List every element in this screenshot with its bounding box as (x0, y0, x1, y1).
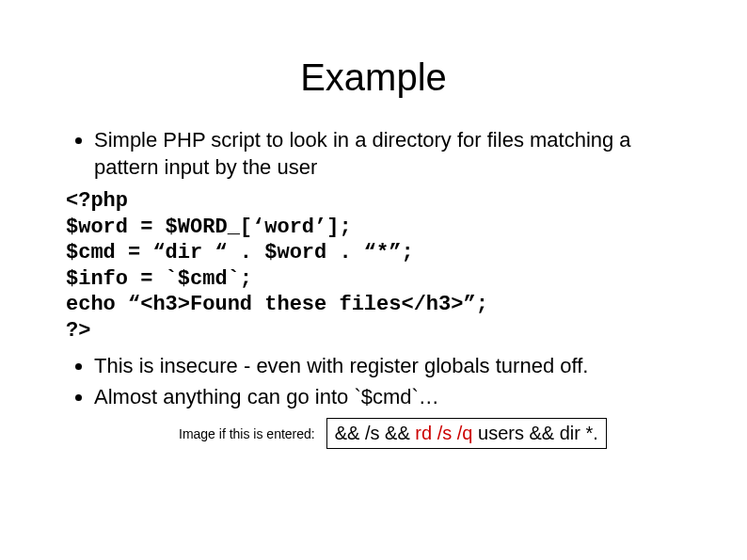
entered-label: Image if this is entered: (179, 426, 315, 441)
code-line-4: $info = `$cmd`; (66, 267, 252, 291)
slide: Example Simple PHP script to look in a d… (0, 0, 747, 560)
bullet-item-1: Simple PHP script to look in a directory… (94, 127, 691, 181)
code-line-5: echo “<h3>Found these files</h3>”; (66, 293, 488, 316)
code-line-1: <?php (66, 189, 128, 213)
code-block: <?php $word = $WORD_[‘word’]; $cmd = “di… (66, 188, 709, 344)
code-line-2: $word = $WORD_[‘word’]; (66, 216, 352, 239)
slide-title: Example (38, 56, 709, 99)
bullet-list-2: This is insecure - even with register gl… (38, 353, 709, 410)
entered-part1: && /s && (335, 423, 416, 443)
entered-part2: users && dir *. (472, 423, 597, 443)
bullet-item-2: This is insecure - even with register gl… (94, 353, 691, 380)
code-line-6: ?> (66, 319, 90, 343)
code-line-3: $cmd = “dir “ . $word . “*”; (66, 241, 414, 264)
entered-box: && /s && rd /s /q users && dir *. (326, 418, 607, 449)
bullet-item-3: Almost anything can go into `$cmd`… (94, 384, 691, 411)
entered-red: rd /s /q (415, 423, 472, 443)
bullet-list-1: Simple PHP script to look in a directory… (38, 127, 709, 181)
bottom-row: Image if this is entered: && /s && rd /s… (179, 418, 709, 449)
